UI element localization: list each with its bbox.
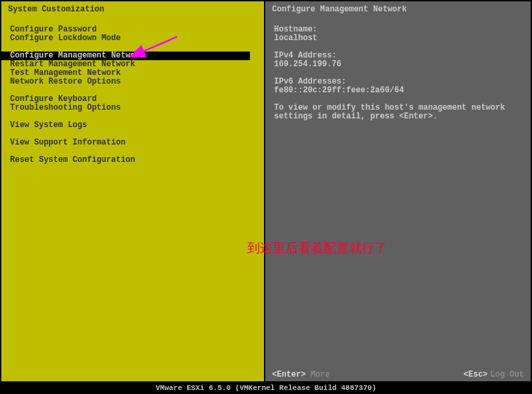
enter-action-label: More — [311, 370, 330, 379]
right-header-title: Configure Management Network — [265, 1, 531, 19]
footer-bar: <Enter> More <Esc> Log Out — [265, 368, 531, 381]
ipv4-value: 169.254.199.76 — [274, 60, 522, 69]
esc-key-label[interactable]: <Esc> — [464, 370, 488, 379]
menu-group-1: Configure Password Configure Lockdown Mo… — [10, 25, 255, 43]
menu-troubleshooting[interactable]: Troubleshooting Options — [10, 104, 255, 112]
menu-panel: Configure Password Configure Lockdown Mo… — [1, 19, 265, 381]
menu-network-restore[interactable]: Network Restore Options — [10, 78, 255, 86]
footer-left: <Enter> More — [272, 370, 329, 379]
menu-view-logs[interactable]: View System Logs — [10, 121, 255, 130]
menu-group-4: View System Logs — [10, 121, 255, 130]
help-text: To view or modify this host's management… — [274, 104, 522, 121]
ipv6-block: IPv6 Addresses: fe80::20c:29ff:feee:2a60… — [274, 78, 522, 95]
hostname-block: Hostname: localhost — [274, 25, 522, 43]
esc-action-label: Log Out — [491, 370, 524, 379]
menu-group-3: Configure Keyboard Troubleshooting Optio… — [10, 95, 255, 112]
menu-group-6: Reset System Configuration — [10, 156, 255, 165]
ipv6-value: fe80::20c:29ff:feee:2a60/64 — [274, 86, 522, 95]
annotation-text: 到这里后看着配置就行了 — [247, 239, 387, 257]
ipv4-block: IPv4 Address: 169.254.199.76 — [274, 52, 522, 69]
header-row: System Customization Configure Managemen… — [1, 1, 531, 19]
version-bar: VMware ESXi 6.5.0 (VMKernel Release Buil… — [0, 383, 532, 394]
menu-group-5: View Support Information — [10, 138, 255, 147]
hostname-value: localhost — [274, 34, 522, 43]
enter-key-label[interactable]: <Enter> — [272, 370, 305, 379]
content-row: Configure Password Configure Lockdown Mo… — [1, 19, 531, 381]
footer-right: <Esc> Log Out — [464, 370, 524, 379]
menu-group-2: Configure Management Network Restart Man… — [10, 52, 255, 86]
menu-view-support[interactable]: View Support Information — [10, 138, 255, 147]
help-block: To view or modify this host's management… — [274, 104, 522, 121]
left-header-title: System Customization — [1, 1, 265, 19]
detail-panel: Hostname: localhost IPv4 Address: 169.25… — [265, 19, 531, 381]
menu-configure-lockdown[interactable]: Configure Lockdown Mode — [10, 34, 255, 43]
console-frame: System Customization Configure Managemen… — [1, 1, 531, 381]
menu-reset-config[interactable]: Reset System Configuration — [10, 156, 255, 165]
